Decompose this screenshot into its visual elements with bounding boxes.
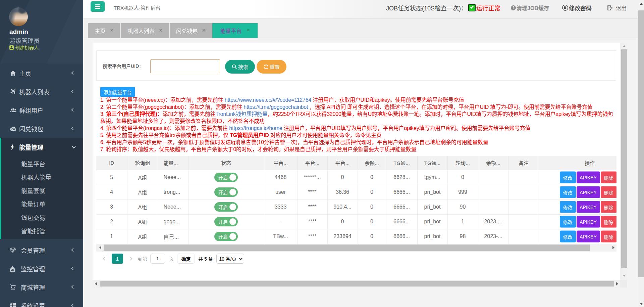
svg-text:?: ? [512,6,514,10]
